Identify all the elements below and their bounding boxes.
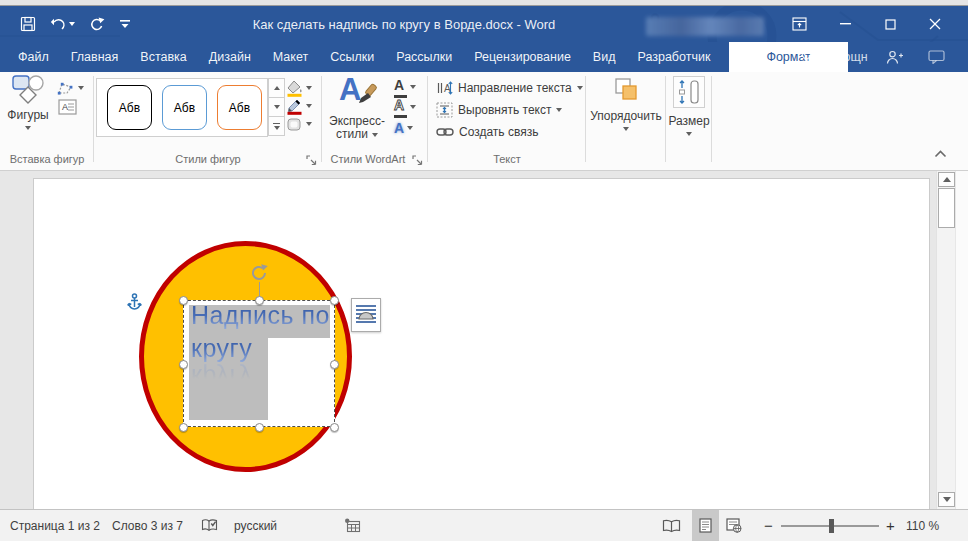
tab-review[interactable]: Рецензирование (463, 42, 582, 72)
arrange-caret (623, 127, 629, 131)
resize-handle-w[interactable] (179, 360, 188, 369)
wordart-text-line2[interactable]: кругу (191, 334, 252, 363)
text-direction-caret (577, 86, 583, 90)
size-caret (686, 132, 692, 136)
resize-handle-ne[interactable] (330, 296, 339, 305)
redo-button[interactable] (89, 17, 105, 32)
rotate-handle-icon[interactable] (250, 263, 269, 282)
comments-button[interactable] (928, 42, 945, 72)
web-layout-button[interactable] (726, 510, 742, 541)
layout-options-button[interactable] (351, 298, 381, 332)
save-button[interactable] (20, 16, 36, 32)
undo-button[interactable] (50, 17, 75, 31)
scroll-down-icon (274, 105, 280, 109)
vertical-scrollbar[interactable] (936, 171, 955, 509)
proofing-status[interactable] (201, 510, 218, 541)
tell-me-assistant[interactable]: Помощн (800, 42, 868, 72)
align-text-button[interactable]: Выровнять текст (436, 101, 562, 119)
anchor-icon (127, 293, 142, 311)
zoom-slider-track[interactable] (781, 525, 879, 527)
shape-style-sample-2[interactable]: Абв (162, 85, 207, 130)
shape-effects-button[interactable] (286, 115, 312, 133)
shape-outline-button[interactable] (286, 97, 312, 115)
print-layout-button[interactable] (692, 510, 719, 541)
zoom-out-button[interactable]: − (764, 510, 773, 541)
window-right-edge (956, 171, 968, 509)
arrange-button[interactable]: Упорядочить (589, 76, 663, 131)
text-fill-icon: А (394, 76, 407, 98)
gallery-scroll-up-button[interactable] (268, 78, 285, 98)
maximize-button[interactable] (873, 6, 907, 42)
ribbon-display-options-button[interactable] (782, 6, 816, 42)
minimize-icon (840, 23, 851, 25)
shapes-button[interactable]: Фигуры (2, 74, 54, 130)
text-box-button[interactable]: A (58, 98, 77, 116)
tab-layout[interactable]: Макет (262, 42, 319, 72)
document-page[interactable]: Надпись по кругу кругу (33, 178, 930, 509)
wordart-text-line1[interactable]: Надпись по (191, 301, 330, 330)
more-styles-caret (274, 126, 280, 130)
resize-handle-n[interactable] (255, 296, 264, 305)
shape-outline-caret (306, 104, 312, 108)
zoom-slider-thumb[interactable] (829, 519, 834, 533)
tab-design[interactable]: Дизайн (198, 42, 262, 72)
web-layout-icon (726, 518, 742, 533)
size-button[interactable]: Размер (668, 76, 710, 136)
tab-mailings[interactable]: Рассылки (385, 42, 463, 72)
share-person-icon (886, 50, 904, 65)
shape-fill-button[interactable] (286, 79, 312, 97)
assistant-label: Помощн (819, 50, 868, 64)
tab-view[interactable]: Вид (582, 42, 627, 72)
tab-developer[interactable]: Разработчик (626, 42, 721, 72)
zoom-level-indicator[interactable]: 110 % (906, 510, 939, 541)
scroll-up-button[interactable] (938, 172, 955, 187)
wordart-text-box[interactable]: Надпись по кругу кругу (183, 300, 335, 427)
gallery-more-button[interactable] (268, 116, 285, 136)
share-button[interactable] (886, 42, 904, 72)
tab-home[interactable]: Главная (60, 42, 130, 72)
word-count-indicator[interactable]: Слово 3 из 7 (112, 510, 183, 541)
ribbon: Фигуры A Вставка фигур (0, 72, 968, 171)
resize-handle-e[interactable] (330, 360, 339, 369)
resize-handle-se[interactable] (330, 423, 339, 432)
scrollbar-thumb[interactable] (938, 188, 955, 228)
collapse-ribbon-button[interactable] (934, 150, 947, 158)
group-arrange: Упорядочить (586, 72, 666, 170)
zoom-in-button[interactable]: + (886, 510, 895, 541)
create-link-button[interactable]: Создать связь (436, 123, 538, 141)
shape-outline-icon (286, 98, 303, 115)
scroll-down-button[interactable] (938, 492, 955, 507)
tab-insert[interactable]: Вставка (129, 42, 197, 72)
edit-shape-button[interactable] (56, 79, 84, 97)
minimize-button[interactable] (828, 6, 862, 42)
align-text-caret (556, 108, 562, 112)
shape-effects-caret (306, 122, 312, 126)
group-shape-styles: Абв Абв Абв (94, 72, 322, 170)
resize-handle-nw[interactable] (179, 296, 188, 305)
resize-handle-sw[interactable] (179, 423, 188, 432)
tab-file[interactable]: Файл (7, 42, 60, 72)
customize-quick-access-button[interactable] (119, 19, 131, 29)
shape-style-sample-3[interactable]: Абв (217, 85, 262, 130)
zoom-slider[interactable] (781, 510, 879, 541)
text-effects-button[interactable]: А (394, 119, 413, 137)
shape-style-sample-1[interactable]: Абв (107, 85, 152, 130)
text-direction-button[interactable]: A Направление текста (436, 79, 583, 97)
tab-references[interactable]: Ссылки (319, 42, 385, 72)
quick-access-toolbar (20, 6, 131, 42)
size-icon (673, 76, 705, 108)
text-outline-button[interactable]: А (394, 98, 416, 116)
page-number-indicator[interactable]: Страница 1 из 2 (10, 510, 100, 541)
group-label-wordart: Стили WordArt (322, 153, 414, 165)
text-fill-button[interactable]: А (394, 78, 416, 96)
quick-styles-button[interactable]: А Экспресс- стили (324, 74, 390, 141)
read-mode-button[interactable] (662, 510, 681, 541)
language-indicator[interactable]: русский (234, 510, 277, 541)
comment-icon (928, 50, 945, 64)
macro-recording-button[interactable] (344, 510, 361, 541)
close-button[interactable] (918, 6, 952, 42)
group-label-shape-styles: Стили фигур (94, 153, 322, 165)
group-text: A Направление текста Выровнять текст (428, 72, 586, 170)
resize-handle-s[interactable] (255, 423, 264, 432)
gallery-scroll-down-button[interactable] (268, 97, 285, 117)
